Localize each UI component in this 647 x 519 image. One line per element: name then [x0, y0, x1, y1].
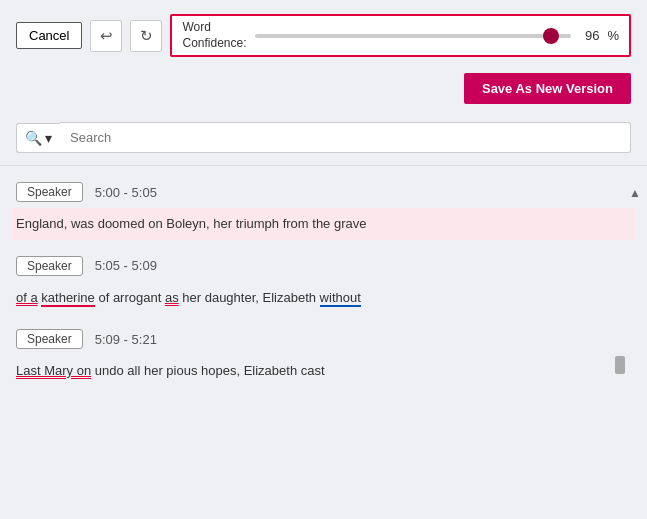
- segment-2: Speaker 5:05 - 5:09 of a katherine of ar…: [16, 256, 631, 314]
- segment-3: Speaker 5:09 - 5:21 Last Mary on undo al…: [16, 329, 631, 387]
- transcript-line-3: Last Mary on undo all her pious hopes, E…: [16, 355, 631, 387]
- confidence-label: WordConfidence:: [182, 20, 246, 51]
- toolbar: Cancel ↩ ↻ WordConfidence: 96 %: [0, 0, 647, 67]
- speaker-row-3: Speaker 5:09 - 5:21: [16, 329, 631, 349]
- speaker-badge-3[interactable]: Speaker: [16, 329, 83, 349]
- confidence-slider[interactable]: [255, 34, 572, 38]
- search-input[interactable]: [60, 122, 631, 153]
- time-label-1: 5:00 - 5:05: [95, 185, 157, 200]
- save-row: Save As New Version: [0, 67, 647, 114]
- transcript-line-1: England, was doomed on Boleyn, her trium…: [12, 208, 635, 240]
- speaker-row-1: Speaker 5:00 - 5:05: [16, 182, 631, 202]
- segment-1: Speaker 5:00 - 5:05 England, was doomed …: [16, 182, 631, 240]
- time-label-2: 5:05 - 5:09: [95, 258, 157, 273]
- transcript-line-2: of a katherine of arrogant as her daught…: [16, 282, 631, 314]
- word-of-a: of a: [16, 290, 38, 305]
- word-without: without: [320, 290, 361, 307]
- content-area: ▲ Speaker 5:00 - 5:05 England, was doome…: [0, 182, 647, 387]
- redo-button[interactable]: ↻: [130, 20, 162, 52]
- word-rest: undo all her pious hopes, Elizabeth cast: [95, 363, 325, 378]
- confidence-control: WordConfidence: 96 %: [170, 14, 631, 57]
- speaker-badge-2[interactable]: Speaker: [16, 256, 83, 276]
- save-as-new-version-button[interactable]: Save As New Version: [464, 73, 631, 104]
- confidence-slider-container: [255, 34, 572, 38]
- word-last-mary-on: Last Mary on: [16, 363, 91, 378]
- search-icon: 🔍: [25, 130, 42, 146]
- time-label-3: 5:09 - 5:21: [95, 332, 157, 347]
- word-as: as: [165, 290, 179, 305]
- word-arrogant: of arrogant: [98, 290, 165, 305]
- cancel-button[interactable]: Cancel: [16, 22, 82, 49]
- search-area: 🔍 ▾: [0, 114, 647, 161]
- word-katherine: katherine: [41, 290, 94, 307]
- undo-button[interactable]: ↩: [90, 20, 122, 52]
- search-icon-button[interactable]: 🔍 ▾: [16, 123, 60, 153]
- speaker-badge-1[interactable]: Speaker: [16, 182, 83, 202]
- word-daughter: her daughter, Elizabeth: [182, 290, 319, 305]
- confidence-value: 96: [579, 28, 599, 43]
- speaker-row-2: Speaker 5:05 - 5:09: [16, 256, 631, 276]
- chevron-down-icon: ▾: [45, 130, 52, 146]
- confidence-percent: %: [607, 28, 619, 43]
- divider: [0, 165, 647, 166]
